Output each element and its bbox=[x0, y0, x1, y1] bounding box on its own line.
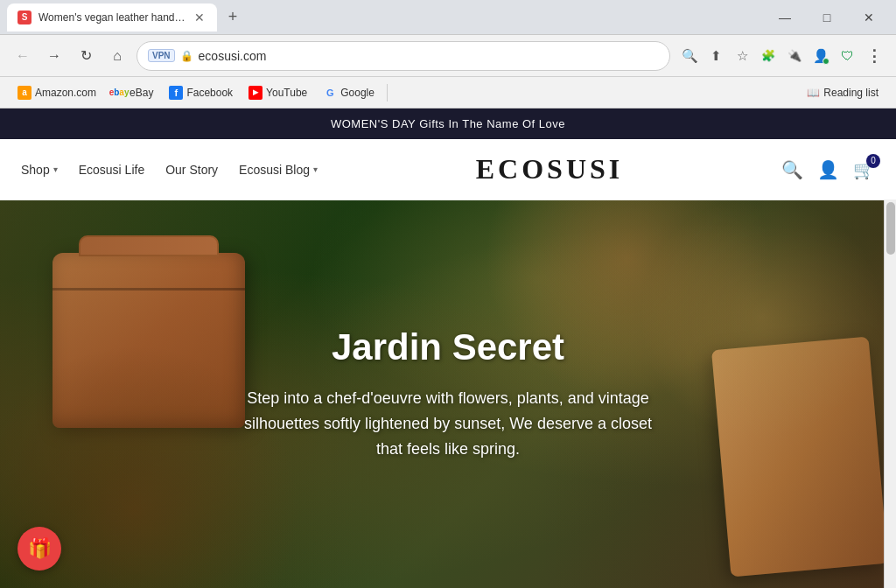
shop-chevron-icon: ▾ bbox=[53, 164, 58, 174]
tab-area: S Women's vegan leather handbag ✕ + bbox=[7, 4, 758, 32]
tab-favicon: S bbox=[18, 10, 32, 24]
bookmark-facebook[interactable]: f Facebook bbox=[162, 82, 240, 103]
account-nav-icon[interactable]: 👤 bbox=[817, 159, 839, 180]
bookmarks-separator bbox=[387, 84, 388, 102]
home-button[interactable]: ⌂ bbox=[105, 44, 130, 68]
reload-button[interactable]: ↻ bbox=[74, 44, 98, 68]
share-icon[interactable]: ⬆ bbox=[704, 44, 728, 68]
new-tab-button[interactable]: + bbox=[220, 5, 245, 30]
promo-text: WOMEN'S DAY Gifts In The Name Of Love bbox=[331, 117, 565, 130]
minimize-button[interactable]: — bbox=[765, 4, 805, 32]
site-navigation: Shop ▾ Ecosusi Life Our Story Ecosusi Bl… bbox=[0, 139, 896, 200]
facebook-label: Facebook bbox=[186, 87, 233, 99]
reading-list-label: Reading list bbox=[823, 87, 878, 99]
ebay-label: eBay bbox=[130, 87, 153, 99]
url-bar[interactable]: VPN 🔒 ecosusi.com bbox=[136, 41, 670, 71]
ecosusi-life-label: Ecosusi Life bbox=[79, 163, 144, 177]
url-text: ecosusi.com bbox=[199, 49, 659, 63]
address-bar: ← → ↻ ⌂ VPN 🔒 ecosusi.com 🔍 ⬆ ☆ 🧩 🔌 👤 🛡 … bbox=[0, 35, 896, 77]
page-scrollbar[interactable] bbox=[884, 200, 896, 588]
active-tab[interactable]: S Women's vegan leather handbag ✕ bbox=[7, 4, 217, 32]
hero-subtitle: Step into a chef-d'oeuvre with flowers, … bbox=[229, 386, 667, 461]
shop-nav-label: Shop bbox=[21, 163, 50, 177]
our-story-nav-item[interactable]: Our Story bbox=[165, 163, 218, 177]
our-story-label: Our Story bbox=[165, 163, 218, 177]
hero-text-block: Jardin Secret Step into a chef-d'oeuvre … bbox=[194, 326, 702, 461]
shop-nav-item[interactable]: Shop ▾ bbox=[21, 163, 58, 177]
window-controls: — □ ✕ bbox=[765, 4, 889, 32]
vpn-badge: VPN bbox=[148, 49, 175, 62]
reading-list-button[interactable]: 📖 Reading list bbox=[800, 83, 886, 102]
reading-list-icon: 📖 bbox=[807, 87, 820, 99]
bookmark-ebay[interactable]: ebay eBay bbox=[105, 82, 160, 103]
tab-close-button[interactable]: ✕ bbox=[192, 10, 206, 24]
puzzle-icon[interactable]: 🔌 bbox=[782, 44, 807, 68]
cart-count-badge: 0 bbox=[866, 154, 880, 168]
profile-icon[interactable]: 👤 bbox=[808, 44, 833, 68]
search-icon[interactable]: 🔍 bbox=[677, 44, 702, 68]
extensions-icon[interactable]: 🧩 bbox=[756, 44, 780, 68]
tab-title: Women's vegan leather handbag bbox=[38, 11, 186, 24]
promo-banner: WOMEN'S DAY Gifts In The Name Of Love bbox=[0, 108, 896, 139]
more-options-button[interactable]: ⋮ bbox=[861, 44, 886, 68]
security-icon[interactable]: 🛡 bbox=[835, 44, 859, 68]
bookmarks-bar: a Amazon.com ebay eBay f Facebook ▶ YouT… bbox=[0, 77, 896, 108]
close-button[interactable]: ✕ bbox=[849, 4, 889, 32]
youtube-favicon: ▶ bbox=[248, 86, 262, 100]
bookmark-star-icon[interactable]: ☆ bbox=[730, 44, 754, 68]
back-button[interactable]: ← bbox=[10, 44, 35, 68]
nav-left: Shop ▾ Ecosusi Life Our Story Ecosusi Bl… bbox=[21, 163, 318, 177]
browser-window: S Women's vegan leather handbag ✕ + — □ … bbox=[0, 0, 896, 588]
cart-nav-icon[interactable]: 🛒 0 bbox=[853, 159, 875, 180]
lock-icon: 🔒 bbox=[180, 50, 193, 62]
blog-label: Ecosusi Blog bbox=[239, 163, 310, 177]
ebay-favicon: ebay bbox=[112, 86, 126, 100]
ecosusi-life-nav-item[interactable]: Ecosusi Life bbox=[79, 163, 144, 177]
scrollbar-thumb[interactable] bbox=[886, 202, 895, 255]
title-bar: S Women's vegan leather handbag ✕ + — □ … bbox=[0, 0, 896, 35]
website-content: WOMEN'S DAY Gifts In The Name Of Love Sh… bbox=[0, 108, 896, 588]
maximize-button[interactable]: □ bbox=[807, 4, 847, 32]
facebook-favicon: f bbox=[169, 86, 183, 100]
gift-popup-button[interactable]: 🎁 bbox=[18, 527, 61, 570]
sync-status-dot bbox=[822, 58, 830, 65]
nav-right: 🔍 👤 🛒 0 bbox=[781, 159, 875, 180]
bookmark-amazon[interactable]: a Amazon.com bbox=[10, 82, 103, 103]
blog-nav-item[interactable]: Ecosusi Blog ▾ bbox=[239, 163, 318, 177]
hero-title: Jardin Secret bbox=[229, 326, 667, 368]
address-bar-icons: 🔍 ⬆ ☆ 🧩 🔌 👤 🛡 ⋮ bbox=[677, 44, 886, 68]
hero-section: Jardin Secret Step into a chef-d'oeuvre … bbox=[0, 200, 896, 588]
site-logo[interactable]: ECOSUSI bbox=[476, 153, 624, 186]
amazon-favicon: a bbox=[18, 86, 32, 100]
blog-chevron-icon: ▾ bbox=[313, 164, 318, 174]
search-nav-icon[interactable]: 🔍 bbox=[781, 159, 803, 180]
bookmark-google[interactable]: G Google bbox=[316, 82, 382, 103]
bookmark-youtube[interactable]: ▶ YouTube bbox=[242, 82, 314, 103]
amazon-label: Amazon.com bbox=[35, 87, 96, 99]
google-favicon: G bbox=[323, 86, 337, 100]
google-label: Google bbox=[340, 87, 374, 99]
forward-button[interactable]: → bbox=[42, 44, 66, 68]
youtube-label: YouTube bbox=[266, 87, 307, 99]
